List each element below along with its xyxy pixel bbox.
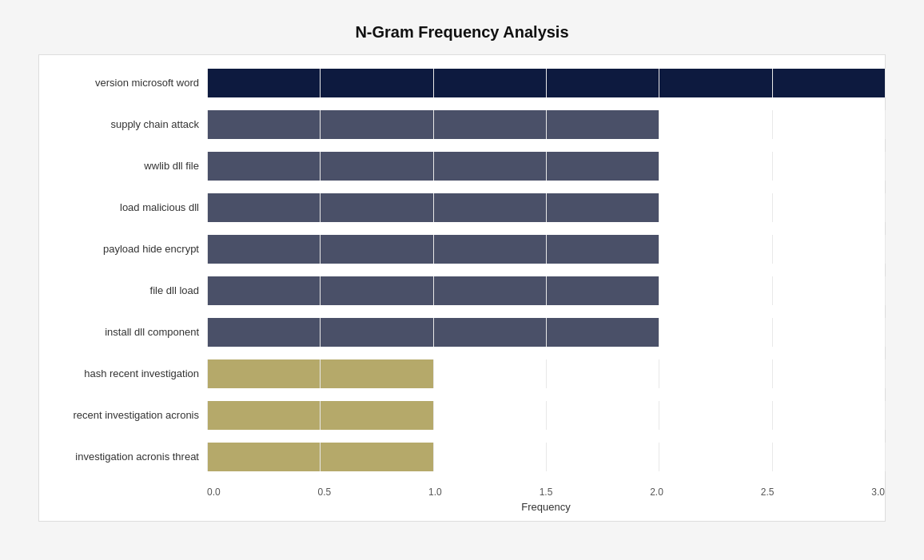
grid-line — [772, 69, 773, 97]
grid-line — [772, 193, 773, 222]
grid-line — [546, 443, 547, 471]
grid-line — [433, 235, 434, 264]
grid-line — [772, 110, 773, 139]
grid-line — [885, 235, 886, 264]
bar-label: recent investigation acronis — [39, 409, 207, 421]
grid-line — [885, 152, 886, 181]
grid-line — [546, 193, 547, 222]
bar-row: version microsoft word — [39, 63, 885, 103]
bar-track-wrapper — [207, 69, 885, 97]
grid-line — [659, 276, 659, 305]
x-tick-label: 3.0 — [871, 487, 885, 498]
x-axis-ticks: 0.00.51.01.52.02.53.0 — [207, 483, 885, 498]
bar-track-wrapper — [207, 401, 885, 430]
grid-line — [772, 318, 773, 347]
grid-line — [320, 276, 321, 305]
grid-line — [885, 359, 886, 388]
grid-line — [546, 276, 547, 305]
grid-line — [433, 276, 434, 305]
bar-track-wrapper — [207, 276, 885, 305]
grid-line — [207, 359, 208, 388]
grid-line — [320, 359, 321, 388]
bar-label: wwlib dll file — [39, 160, 207, 172]
bar-label: load malicious dll — [39, 201, 207, 213]
grid-line — [320, 193, 321, 222]
grid-line — [433, 359, 434, 388]
grid-line — [885, 276, 886, 305]
grid-line — [546, 318, 547, 347]
grid-line — [207, 401, 208, 430]
x-tick-label: 1.5 — [540, 487, 553, 498]
bar-track-wrapper — [207, 152, 885, 181]
grid-line — [207, 235, 208, 264]
grid-line — [546, 110, 547, 139]
x-axis-label: Frequency — [39, 501, 885, 521]
grid-line — [659, 235, 659, 264]
grid-line — [546, 401, 547, 430]
grid-line — [772, 235, 773, 264]
grid-line — [433, 193, 434, 222]
bar-label: hash recent investigation — [39, 367, 207, 379]
bar-label: investigation acronis threat — [39, 451, 207, 463]
bar-row: supply chain attack — [39, 105, 885, 145]
bar-label: payload hide encrypt — [39, 243, 207, 255]
grid-line — [772, 443, 773, 471]
bar-row: recent investigation acronis — [39, 395, 885, 435]
grid-line — [772, 401, 773, 430]
grid-line — [659, 152, 659, 181]
grid-line — [546, 359, 547, 388]
grid-line — [207, 276, 208, 305]
bar-row: wwlib dll file — [39, 146, 885, 186]
grid-line — [659, 401, 659, 430]
grid-line — [885, 443, 886, 471]
grid-line — [546, 69, 547, 97]
bar-track-wrapper — [207, 318, 885, 347]
grid-line — [320, 235, 321, 264]
chart-container: N-Gram Frequency Analysis version micros… — [22, 7, 902, 554]
grid-line — [207, 193, 208, 222]
bar-track-wrapper — [207, 359, 885, 388]
grid-line — [546, 235, 547, 264]
grid-line — [320, 443, 321, 471]
grid-line — [320, 152, 321, 181]
bar-label: supply chain attack — [39, 118, 207, 130]
grid-line — [433, 110, 434, 139]
grid-line — [885, 193, 886, 222]
bar-label: install dll component — [39, 326, 207, 338]
x-tick-label: 0.0 — [207, 487, 221, 498]
bar-row: file dll load — [39, 271, 885, 311]
grid-line — [320, 69, 321, 97]
bar-row: hash recent investigation — [39, 354, 885, 394]
bar-track-wrapper — [207, 110, 885, 139]
x-tick-label: 2.5 — [761, 487, 775, 498]
grid-line — [659, 359, 659, 388]
x-tick-label: 0.5 — [318, 487, 332, 498]
grid-line — [207, 318, 208, 347]
bar-row: install dll component — [39, 312, 885, 352]
grid-line — [320, 401, 321, 430]
bar-label: version microsoft word — [39, 77, 207, 89]
bars-area: version microsoft wordsupply chain attac… — [39, 62, 885, 479]
grid-line — [433, 69, 434, 97]
grid-line — [320, 110, 321, 139]
grid-line — [772, 276, 773, 305]
grid-line — [207, 110, 208, 139]
x-tick-label: 2.0 — [650, 487, 663, 498]
bar-label: file dll load — [39, 284, 207, 296]
grid-line — [659, 110, 659, 139]
grid-line — [546, 152, 547, 181]
chart-title: N-Gram Frequency Analysis — [38, 23, 886, 42]
grid-line — [320, 318, 321, 347]
bar-row: load malicious dll — [39, 188, 885, 228]
grid-line — [885, 401, 886, 430]
grid-line — [659, 193, 659, 222]
bar-track-wrapper — [207, 193, 885, 222]
grid-line — [885, 69, 886, 97]
grid-line — [659, 443, 659, 471]
grid-line — [433, 401, 434, 430]
grid-line — [885, 318, 886, 347]
grid-line — [885, 110, 886, 139]
grid-line — [207, 152, 208, 181]
grid-line — [433, 443, 434, 471]
grid-line — [433, 318, 434, 347]
